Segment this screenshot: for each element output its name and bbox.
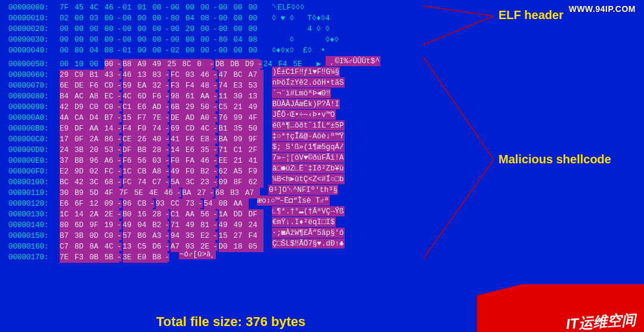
hex-byte: 00 bbox=[234, 45, 249, 56]
hex-byte: 00 bbox=[138, 13, 153, 24]
hex-byte: 00 bbox=[138, 24, 153, 35]
svg-line-2 bbox=[423, 57, 494, 160]
hex-row: 000000F0:E29D02FC-1CCBA8-49F0B2-62A5F9â□… bbox=[8, 163, 418, 174]
hex-row: 00000110:30B95D4F7F5E4E46-BA27-68B3A70¹]… bbox=[8, 185, 418, 196]
offset-cell: 00000020: bbox=[8, 24, 60, 35]
offset-cell: 00000040: bbox=[8, 45, 60, 56]
hex-row: 00000020:00000000-000000-002000-000000 4… bbox=[8, 24, 418, 35]
hex-byte: 00 bbox=[234, 24, 249, 35]
hex-bytes: 00800408-010000-020000-000000 bbox=[60, 45, 264, 56]
hex-byte: 3E bbox=[123, 252, 138, 263]
hex-byte: 00 bbox=[219, 2, 234, 13]
hex-byte: 04 bbox=[185, 13, 200, 24]
hex-byte: 00 bbox=[219, 13, 234, 24]
offset-cell: 00000010: bbox=[8, 13, 60, 24]
hex-byte: 00 bbox=[219, 45, 234, 56]
svg-line-1 bbox=[423, 16, 494, 45]
hex-byte: 00 bbox=[171, 24, 185, 35]
offset-cell: 00000030: bbox=[8, 35, 60, 45]
hex-byte: 00 bbox=[75, 35, 89, 45]
ascii-cell: Ç□ŠL$‼ÅÖ7§♥.dÐ↑♣ bbox=[272, 238, 373, 252]
ascii-cell: 4 ◊ ◊ bbox=[272, 24, 373, 35]
ascii-cell: ◊♦◊x◊ £◊ • bbox=[272, 45, 373, 56]
hex-row: 00000120:E66F1209-96CB-93CC73-540BAAæo↕○… bbox=[8, 196, 418, 206]
hex-byte: 00 bbox=[60, 35, 75, 45]
annotation-shellcode: Malicious shellcode bbox=[499, 154, 611, 165]
hex-byte: 04 bbox=[89, 45, 104, 56]
hex-byte: 00 bbox=[171, 35, 185, 45]
hex-byte: 00 bbox=[249, 45, 264, 56]
hex-row: 00000030:00000000-000000-000000-800408 ◊… bbox=[8, 35, 418, 45]
hex-byte: 00 bbox=[138, 35, 153, 45]
hex-row: 000000A0:4ACAD4B7-15F77E-DEADA0-76994FJÊ… bbox=[8, 110, 418, 120]
watermark-banner-text: IT运维空间 bbox=[565, 314, 636, 330]
hex-row: 00000060:29C9B143-461383-FC0346-47BCA7)É… bbox=[8, 67, 418, 77]
hex-byte: 45 bbox=[75, 2, 89, 13]
hex-row: 00000070:6EDEF6CD-59EA32-F3F448-74E353nÞ… bbox=[8, 77, 418, 88]
hex-byte: 80 bbox=[219, 35, 234, 45]
hex-byte: 00 bbox=[75, 24, 89, 35]
ascii-cell: ◊ ♥ ◊ T◊♦◊4 bbox=[272, 13, 373, 24]
hex-byte: 0B bbox=[89, 252, 104, 263]
hex-byte: 80 bbox=[171, 13, 185, 24]
hex-byte: 00 bbox=[185, 45, 200, 56]
hex-row: 000000D0:243B2053-DFBB28-14E635-71C12F$;… bbox=[8, 142, 418, 153]
hex-byte: 08 bbox=[249, 35, 264, 45]
hex-byte: 00 bbox=[138, 45, 153, 56]
hex-byte: 00 bbox=[123, 13, 138, 24]
hex-byte: 00 bbox=[123, 35, 138, 45]
pointer-line-elf bbox=[417, 0, 501, 54]
hex-byte: 04 bbox=[234, 35, 249, 45]
hex-byte: 00 bbox=[249, 2, 264, 13]
hex-row: 00000090:42D9C0C0-C1E6AD-6B2950-C52149BÙ… bbox=[8, 99, 418, 110]
hex-dump-panel: 00000000:7F454C46-010100-000000-000000␡E… bbox=[8, 2, 418, 260]
hex-byte: 03 bbox=[89, 13, 104, 24]
hex-row: 000000E0:37BB96A6-F65603-F0FA46-EE21417»… bbox=[8, 153, 418, 163]
hex-byte: 02 bbox=[171, 45, 185, 56]
hex-row: 00000080:B4ACA8EC-4C6DF6-9861AA-113013´¬… bbox=[8, 88, 418, 99]
hex-byte: 4C bbox=[89, 2, 104, 13]
watermark-banner: IT运维空间 bbox=[477, 284, 644, 332]
hex-byte: 00 bbox=[75, 13, 89, 24]
hex-row: 00000150:B73B0DC0-57B6A3-9435E2-1527F4·;… bbox=[8, 228, 418, 238]
hex-row: 00000000:7F454C46-010100-000000-000000␡E… bbox=[8, 2, 418, 13]
hex-byte: 00 bbox=[185, 35, 200, 45]
hex-byte: 00 bbox=[89, 35, 104, 45]
hex-byte: 00 bbox=[234, 13, 249, 24]
ascii-cell: ~ó♂[û>à¸ bbox=[179, 249, 280, 263]
hex-byte: 00 bbox=[60, 45, 75, 56]
hex-row: 00000140:806D9F19-4904B2-714981-494924€m… bbox=[8, 217, 418, 228]
hex-byte: 00 bbox=[234, 2, 249, 13]
hex-byte: 01 bbox=[138, 2, 153, 13]
hex-byte: 00 bbox=[249, 13, 264, 24]
offset-cell: 00000000: bbox=[8, 2, 60, 13]
pointer-line-shellcode bbox=[417, 51, 501, 266]
hex-byte: 7F bbox=[60, 2, 75, 13]
hex-byte: 20 bbox=[185, 24, 200, 35]
hex-byte: 00 bbox=[171, 2, 185, 13]
ascii-cell: ◊ ◊♦◊ bbox=[272, 35, 373, 45]
hex-byte: 00 bbox=[249, 24, 264, 35]
ascii-cell: ␡ELF◊◊◊ bbox=[272, 2, 373, 13]
hex-byte: 7E bbox=[60, 252, 75, 263]
watermark-url: WWW.94IP.COM bbox=[569, 4, 636, 14]
hex-row: 000000C0:170F2A86-CE2640-41F6E8-BA999F‡○… bbox=[8, 131, 418, 142]
hex-byte: F3 bbox=[75, 252, 89, 263]
svg-line-0 bbox=[423, 6, 494, 16]
hex-byte: E0 bbox=[138, 252, 153, 263]
hex-row: 00000130:1C142A2E-B01628-C1AA56-1ADDDF∟¶… bbox=[8, 206, 418, 217]
hex-row: 00000160:C78D8A4C-13C5D6-A7032E-D01805Ç□… bbox=[8, 238, 418, 249]
hex-bytes: 00000000-000000-002000-000000 bbox=[60, 24, 264, 35]
hex-row: 00000100:BC423C68-FC74C7-5A3C23-098F62¼B… bbox=[8, 174, 418, 185]
annotation-elf-header: ELF header bbox=[499, 10, 564, 20]
hex-byte: 01 bbox=[123, 2, 138, 13]
hex-row: 000000B0:E9DFAA14-F4F074-69CD4C-B13550éß… bbox=[8, 120, 418, 131]
hex-bytes: 02000300-000000-800408-000000 bbox=[60, 13, 264, 24]
hex-bytes: 00000000-000000-000000-800408 bbox=[60, 35, 264, 45]
offset-cell: 00000170: bbox=[8, 252, 60, 263]
hex-byte: 80 bbox=[75, 45, 89, 56]
hex-row: 00000010:02000300-000000-800408-000000◊ … bbox=[8, 13, 418, 24]
hex-byte: 02 bbox=[60, 13, 75, 24]
hex-row: 00000040:00800408-010000-020000-000000◊♦… bbox=[8, 45, 418, 56]
hex-byte: 01 bbox=[123, 45, 138, 56]
